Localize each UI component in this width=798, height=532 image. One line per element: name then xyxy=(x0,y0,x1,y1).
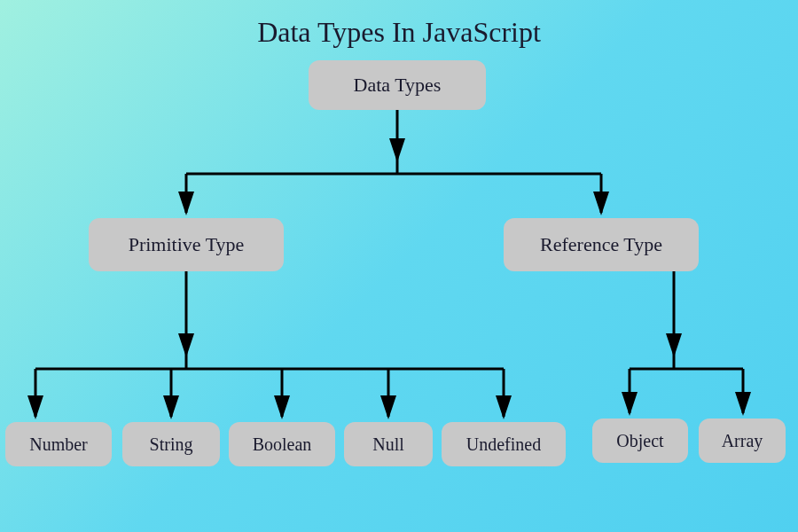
node-number: Number xyxy=(5,422,112,466)
node-data-types: Data Types xyxy=(309,60,486,110)
node-primitive-type: Primitive Type xyxy=(89,218,284,271)
node-undefined: Undefined xyxy=(442,422,566,466)
node-object: Object xyxy=(592,419,688,463)
diagram-title: Data Types In JavaScript xyxy=(0,0,798,49)
node-reference-type: Reference Type xyxy=(504,218,699,271)
node-array: Array xyxy=(699,419,786,463)
node-null: Null xyxy=(344,422,433,466)
node-string: String xyxy=(122,422,220,466)
node-boolean: Boolean xyxy=(229,422,335,466)
